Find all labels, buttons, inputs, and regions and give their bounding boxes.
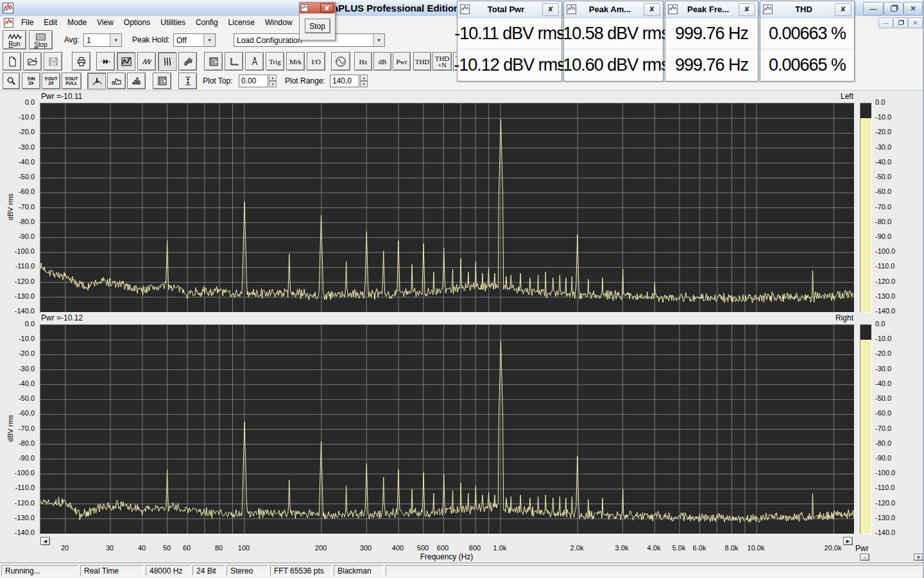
fast-forward-button[interactable] xyxy=(96,52,115,71)
close-icon[interactable]: ✘ xyxy=(644,3,660,16)
menu-options[interactable]: Options xyxy=(119,17,155,28)
peak-hold-combobox[interactable]: Off▼ xyxy=(173,33,216,47)
meter-shrink-button[interactable]: - xyxy=(860,554,869,561)
menu-mode[interactable]: Mode xyxy=(62,17,92,28)
histogram-button[interactable] xyxy=(127,73,146,89)
run-button[interactable]: Run xyxy=(3,30,26,49)
units-hz-button[interactable]: Hz xyxy=(354,52,372,71)
stop-popup-window: ✘ Stop xyxy=(299,2,336,40)
peak-hold-dropdown-icon[interactable]: ▼ xyxy=(203,34,215,46)
menu-view[interactable]: View xyxy=(92,17,119,28)
y-tick-label: -60.0 xyxy=(1,188,35,195)
meter-tick-label: -30.0 xyxy=(875,365,891,372)
left-spectrum-plot[interactable] xyxy=(40,103,855,313)
stop-popup-titlebar[interactable]: ✘ xyxy=(300,3,335,13)
meter-tick-label: -70.0 xyxy=(875,203,891,211)
save-button[interactable] xyxy=(44,52,62,71)
avg-dropdown-icon[interactable]: ▼ xyxy=(110,34,121,46)
mdi-close-button[interactable]: ✕ xyxy=(908,17,923,28)
display-options-button[interactable] xyxy=(153,73,171,89)
spectrogram-button[interactable] xyxy=(158,52,176,71)
plot-top-input[interactable]: 0.00 xyxy=(239,74,268,87)
io-device-button[interactable]: I/O xyxy=(307,52,325,71)
menu-file[interactable]: File xyxy=(16,17,38,28)
close-icon[interactable]: ✘ xyxy=(835,3,851,16)
new-file-button[interactable] xyxy=(3,52,21,71)
load-config-dropdown-icon[interactable]: ▼ xyxy=(373,34,384,46)
left-spectrum-trace xyxy=(40,103,854,312)
menu-config[interactable]: Config xyxy=(191,17,223,28)
units-db-button[interactable]: dB xyxy=(373,52,391,71)
close-button[interactable]: ✕ xyxy=(903,2,923,15)
bar-plot-button[interactable] xyxy=(107,73,126,89)
right-spectrum-plot[interactable] xyxy=(40,324,855,534)
line-plot-button[interactable] xyxy=(87,73,106,89)
plot-range-spinner[interactable]: ▲▼ xyxy=(360,74,368,87)
spin-up-icon[interactable]: ▲ xyxy=(269,74,277,81)
surface-plot-button[interactable] xyxy=(178,52,197,71)
zoom-out-full-button[interactable]: ⚲OUTFULL xyxy=(62,73,81,89)
plot-top-spinner[interactable]: ▲▼ xyxy=(269,74,277,87)
document-icon xyxy=(4,18,13,28)
open-file-button[interactable] xyxy=(23,52,42,71)
zoom-button[interactable] xyxy=(3,73,20,89)
settings-dialog-button[interactable] xyxy=(204,52,223,71)
scaling-button[interactable] xyxy=(225,52,243,71)
minimize-button[interactable]: — xyxy=(863,2,884,15)
meter-tick-label: -80.0 xyxy=(875,439,891,447)
surface-3d-icon xyxy=(183,57,193,67)
menu-window[interactable]: Window xyxy=(260,17,298,28)
plot-top-label: Plot Top: xyxy=(203,76,232,85)
plot-range-input[interactable]: 140.0 xyxy=(330,74,359,87)
mdi-restore-button[interactable] xyxy=(893,17,908,28)
y-tick-label: -10.0 xyxy=(1,113,35,121)
meter-tick-label: -120.0 xyxy=(875,277,895,285)
peak-amplitude-titlebar[interactable]: Peak Am... ✘ xyxy=(564,1,663,18)
scroll-right-button[interactable]: ▶ xyxy=(843,537,853,545)
time-series-button[interactable] xyxy=(137,52,156,71)
hz-label: Hz xyxy=(359,58,368,65)
print-icon xyxy=(76,57,87,67)
triggering-button[interactable]: Trig xyxy=(266,52,284,71)
y-tick-label: -90.0 xyxy=(1,232,35,240)
spectrum-view-button[interactable] xyxy=(117,52,135,71)
signal-generator-button[interactable] xyxy=(331,52,350,71)
close-icon[interactable]: ✘ xyxy=(542,3,559,16)
spin-up-icon[interactable]: ▲ xyxy=(360,74,368,81)
vertical-scale-button[interactable] xyxy=(178,73,197,89)
y-tick-label: -20.0 xyxy=(1,128,35,136)
spectrum-mini-icon xyxy=(567,4,576,14)
spin-down-icon[interactable]: ▼ xyxy=(269,81,277,87)
thd-button[interactable]: THD xyxy=(413,52,431,71)
peak-frequency-titlebar[interactable]: Peak Fre... ✘ xyxy=(665,1,758,18)
menu-license[interactable]: License xyxy=(223,17,260,28)
stop-button-toolbar[interactable]: Stop xyxy=(29,30,53,49)
status-channels: Stereo xyxy=(227,565,268,576)
markers-button[interactable]: Mrk xyxy=(286,52,305,71)
y-tick-label: -30.0 xyxy=(1,365,35,372)
calibration-button[interactable] xyxy=(245,52,264,71)
close-icon[interactable]: ✘ xyxy=(320,3,334,13)
thd-n-button[interactable]: THD+N xyxy=(432,52,452,71)
restore-button[interactable] xyxy=(884,2,903,15)
zoom-out-2x-button[interactable]: ⚲OUT2X xyxy=(42,73,60,89)
scroll-left-button[interactable]: ◀ xyxy=(40,537,50,545)
meter-grow-button[interactable]: + xyxy=(914,554,923,561)
x-tick-label: 100 xyxy=(238,544,250,552)
vertical-scale-icon xyxy=(183,76,193,86)
ruler-icon xyxy=(229,57,239,67)
menu-edit[interactable]: Edit xyxy=(38,17,62,28)
meter-tick-label: -110.0 xyxy=(875,484,894,491)
stop-popup-button[interactable]: Stop xyxy=(305,19,330,33)
avg-combobox[interactable]: 1▼ xyxy=(83,33,122,47)
thd-titlebar[interactable]: THD ✘ xyxy=(760,1,854,18)
total-power-titlebar[interactable]: Total Pwr ✘ xyxy=(458,1,561,18)
close-icon[interactable]: ✘ xyxy=(739,3,755,16)
menu-utilities[interactable]: Utilities xyxy=(155,17,191,28)
mdi-minimize-button[interactable]: — xyxy=(878,17,893,28)
print-button[interactable] xyxy=(72,52,90,71)
meter-tick-label: -20.0 xyxy=(875,349,891,357)
units-pwr-button[interactable]: Pwr xyxy=(393,52,411,71)
zoom-in-2x-button[interactable]: ⚲IN2X xyxy=(22,73,40,89)
spin-down-icon[interactable]: ▼ xyxy=(360,81,368,87)
